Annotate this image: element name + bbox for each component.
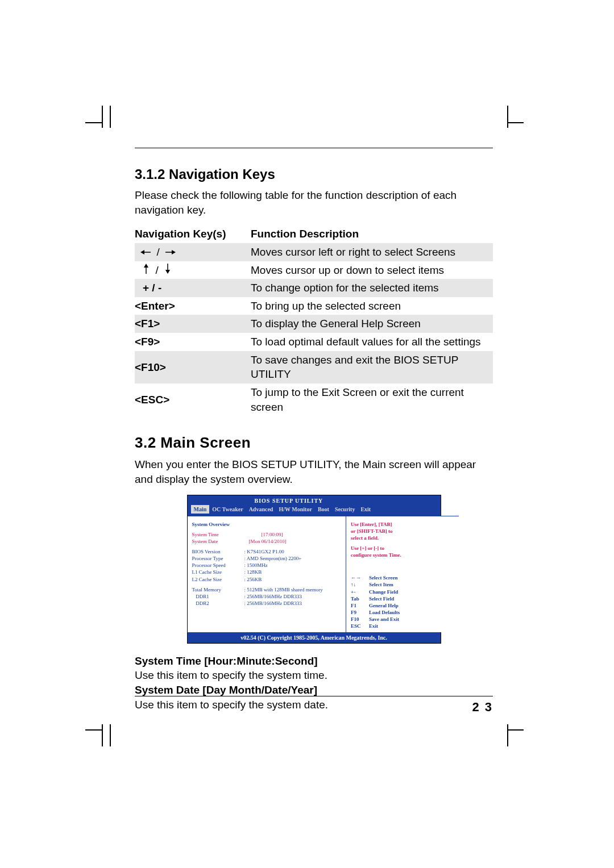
navigation-keys-table: Navigation Key(s) Function Description /… [135,225,493,416]
table-row: <F1> To display the General Help Screen [135,315,493,333]
key: <F10> [135,351,251,383]
key-up-down-icon: / [135,261,251,279]
section-32-title: 3.2 Main Screen [135,434,493,452]
top-rule [135,148,493,148]
bios-tab: Exit [358,505,374,514]
table-row: <F10> To save changes and exit the BIOS … [135,351,493,383]
table-row: <Enter> To bring up the selected screen [135,297,493,315]
desc: To display the General Help Screen [251,315,493,333]
desc: To save changes and exit the BIOS SETUP … [251,351,493,383]
key: + / - [135,279,251,297]
desc: Moves cursor left or right to select Scr… [251,243,493,261]
system-time-desc: Use this item to specify the system time… [135,668,493,683]
section-32-intro: When you enter the BIOS SETUP UTILITY, t… [135,457,493,486]
page-number: 2 3 [472,700,493,715]
bios-tabs: Main OC Tweaker Advanced H/W Monitor Boo… [188,505,441,516]
svg-marker-7 [165,270,170,274]
system-date-desc: Use this item to specify the system date… [135,698,493,712]
section-312-title: 3.1.2 Navigation Keys [135,166,493,182]
key: <Enter> [135,297,251,315]
bios-tab: Boot [315,505,332,514]
footer-rule [135,696,493,696]
key-left-right-icon: / [135,243,251,261]
bios-screenshot: BIOS SETUP UTILITY Main OC Tweaker Advan… [187,495,441,644]
system-overview-heading: System Overview [192,521,342,528]
bios-tab-main: Main [191,505,210,514]
bios-right-pane: Use [Enter], [TAB] or [SHIFT-TAB] to sel… [346,516,459,632]
svg-marker-3 [172,250,176,254]
key: <F1> [135,315,251,333]
key: <ESC> [135,383,251,416]
key: <F9> [135,333,251,351]
bios-tab: Security [332,505,358,514]
desc: Moves cursor up or down to select items [251,261,493,279]
section-312-intro: Please check the following table for the… [135,188,493,217]
bios-tab: H/W Monitor [276,505,314,514]
svg-marker-1 [140,250,144,254]
table-row: + / - To change option for the selected … [135,279,493,297]
table-row: <ESC> To jump to the Exit Screen or exit… [135,383,493,416]
table-row: <F9> To load optimal default values for … [135,333,493,351]
content-column: 3.1.2 Navigation Keys Please check the f… [135,148,493,712]
table-row: / Moves cursor up or down to select item… [135,261,493,279]
svg-marker-5 [144,264,148,268]
bios-left-pane: System Overview System Time [17:00:09] S… [188,516,346,632]
system-date-heading: System Date [Day Month/Date/Year] [135,683,493,698]
bios-tab: Advanced [246,505,276,514]
table-row: / Moves cursor left or right to select S… [135,243,493,261]
bios-copyright: v02.54 (C) Copyright 1985-2005, American… [188,632,441,643]
desc: To change option for the selected items [251,279,493,297]
desc: To load optimal default values for all t… [251,333,493,351]
th-desc: Function Description [251,225,493,243]
system-time: System Time [17:00:09] [192,531,342,538]
system-time-heading: System Time [Hour:Minute:Second] [135,654,493,669]
system-date: System Date [Mon 06/14/2010] [192,538,342,545]
bios-tab: OC Tweaker [209,505,246,514]
page: 3.1.2 Navigation Keys Please check the f… [0,0,614,868]
bios-title: BIOS SETUP UTILITY [188,495,441,505]
desc: To jump to the Exit Screen or exit the c… [251,383,493,416]
th-key: Navigation Key(s) [135,225,251,243]
desc: To bring up the selected screen [251,297,493,315]
